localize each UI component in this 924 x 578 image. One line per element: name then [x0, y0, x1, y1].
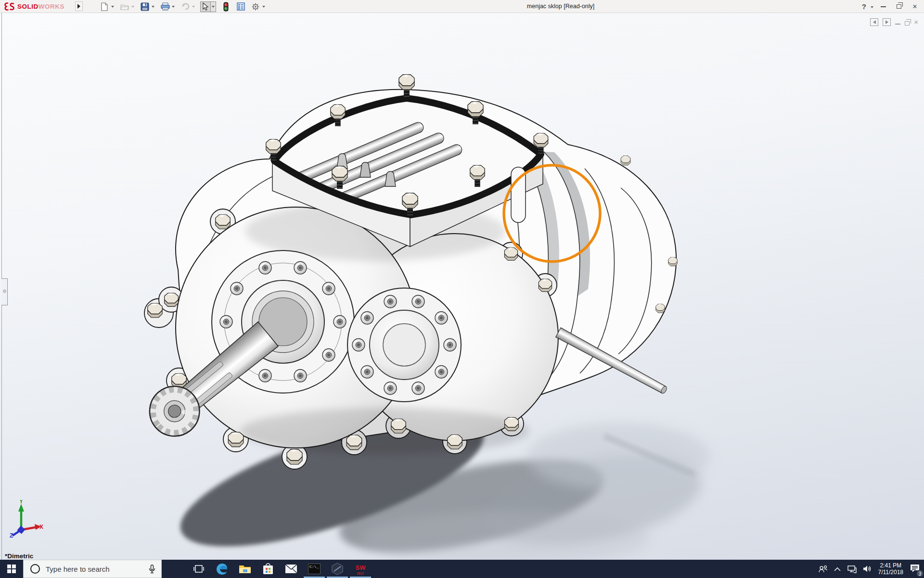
x-axis-label: X	[39, 524, 43, 530]
save-icon	[141, 2, 149, 11]
arrow-left-icon	[873, 20, 876, 24]
reference-triad: Y X Z	[7, 500, 44, 538]
solidworks-2017-icon: SW 2017	[356, 563, 366, 575]
options-dropdown[interactable]	[261, 1, 266, 12]
new-document-button[interactable]	[99, 1, 110, 12]
rebuild-button[interactable]	[220, 1, 231, 12]
file-properties-icon	[237, 2, 245, 11]
window-controls: ? ×	[861, 0, 921, 13]
doc-restore-icon	[905, 21, 910, 26]
taskbar-app-command-prompt[interactable]: C:\_	[303, 560, 326, 578]
hexagon-app-icon	[331, 563, 344, 575]
quick-toolbar	[99, 1, 270, 12]
undo-dropdown[interactable]	[191, 1, 196, 12]
taskbar-app-mail[interactable]	[280, 560, 303, 578]
options-button[interactable]	[250, 1, 261, 12]
taskbar-app-file-explorer[interactable]	[233, 560, 257, 578]
taskbar: Type here to search	[0, 560, 924, 578]
help-dropdown[interactable]	[871, 6, 873, 8]
rebuild-traffic-light-icon	[223, 2, 229, 12]
file-properties-button[interactable]	[235, 1, 246, 12]
arrow-right-icon	[886, 20, 888, 24]
minimize-button[interactable]	[877, 1, 889, 12]
file-explorer-icon	[239, 564, 251, 574]
start-button[interactable]	[0, 560, 23, 578]
next-pane-button[interactable]	[883, 18, 891, 26]
brand-text: SOLIDWORKS	[17, 3, 64, 10]
taskbar-app-solidworks[interactable]: SW 2017	[349, 560, 372, 578]
action-center-button[interactable]: 3	[910, 564, 920, 575]
microsoft-store-icon	[262, 563, 274, 575]
print-icon	[161, 2, 170, 11]
open-dropdown[interactable]	[130, 1, 135, 12]
network-icon[interactable]	[847, 565, 857, 573]
taskbar-apps: C:\_ SW 2017	[187, 560, 372, 578]
taskbar-app-microsoft-store[interactable]	[257, 560, 280, 578]
close-button[interactable]: ×	[909, 1, 921, 12]
flyout-expand-icon	[77, 4, 80, 9]
doc-restore-button[interactable]	[905, 19, 910, 26]
taskbar-app-hexagon[interactable]	[326, 560, 349, 578]
minimize-icon	[881, 6, 886, 7]
command-prompt-icon: C:\_	[308, 564, 321, 574]
solidworks-3s-icon	[3, 2, 15, 12]
mail-icon	[285, 564, 297, 574]
microphone-icon[interactable]	[149, 565, 155, 574]
close-icon: ×	[912, 3, 917, 11]
edge-icon	[216, 563, 228, 575]
tray-date: 7/11/2018	[878, 569, 904, 576]
task-view-icon	[193, 564, 204, 574]
taskbar-clock[interactable]: 2:41 PM 7/11/2018	[878, 562, 904, 576]
new-document-icon	[101, 2, 108, 11]
titlebar: SOLIDWORKS	[0, 0, 924, 13]
select-tool-dropdown[interactable]	[211, 1, 216, 12]
notification-badge: 3	[916, 570, 924, 577]
print-dropdown[interactable]	[170, 1, 176, 12]
select-cursor-icon	[202, 2, 209, 11]
save-button[interactable]	[140, 1, 150, 12]
windows-logo-icon	[7, 565, 16, 573]
options-gear-icon	[251, 2, 260, 11]
chevron-up-icon[interactable]	[834, 567, 841, 571]
tray-time: 2:41 PM	[878, 562, 904, 569]
toolbar-flyout-expand-button[interactable]	[75, 1, 83, 11]
solidworks-logo: SOLIDWORKS	[3, 1, 64, 12]
previous-pane-button[interactable]	[870, 18, 878, 26]
task-view-button[interactable]	[187, 560, 210, 578]
y-axis-label: Y	[19, 500, 23, 505]
gearbox-3d-model[interactable]	[0, 13, 924, 560]
system-tray: 2:41 PM 7/11/2018 3	[818, 560, 921, 578]
taskbar-app-edge[interactable]	[210, 560, 233, 578]
z-axis-label: Z	[10, 532, 13, 538]
doc-minimize-button[interactable]	[895, 20, 900, 25]
open-icon	[120, 3, 129, 11]
window-title: menjac sklop [Read-only]	[498, 0, 623, 13]
undo-icon	[181, 3, 190, 10]
restore-icon	[897, 4, 901, 9]
cortana-icon	[30, 564, 40, 574]
search-placeholder-text: Type here to search	[46, 565, 149, 573]
people-icon[interactable]	[818, 565, 828, 573]
doc-close-icon: ×	[914, 18, 918, 26]
y-axis-arrow	[18, 504, 24, 512]
save-dropdown[interactable]	[150, 1, 155, 12]
select-tool-button[interactable]	[200, 1, 211, 12]
view-orientation-label: *Dimetric	[5, 552, 33, 560]
help-button[interactable]: ?	[861, 2, 867, 11]
open-button[interactable]	[119, 1, 130, 12]
graphics-viewport[interactable]: Y X Z *Dimetric ×	[0, 13, 924, 560]
print-button[interactable]	[160, 1, 170, 12]
doc-close-button[interactable]: ×	[914, 18, 918, 26]
taskbar-search[interactable]: Type here to search	[23, 560, 162, 578]
restore-button[interactable]	[893, 1, 905, 12]
new-document-dropdown[interactable]	[110, 1, 115, 12]
undo-button[interactable]	[180, 1, 191, 12]
document-window-controls: ×	[870, 18, 918, 26]
output-bearing-flange	[347, 288, 461, 402]
doc-minimize-icon	[895, 24, 900, 25]
speaker-icon[interactable]	[863, 565, 872, 573]
